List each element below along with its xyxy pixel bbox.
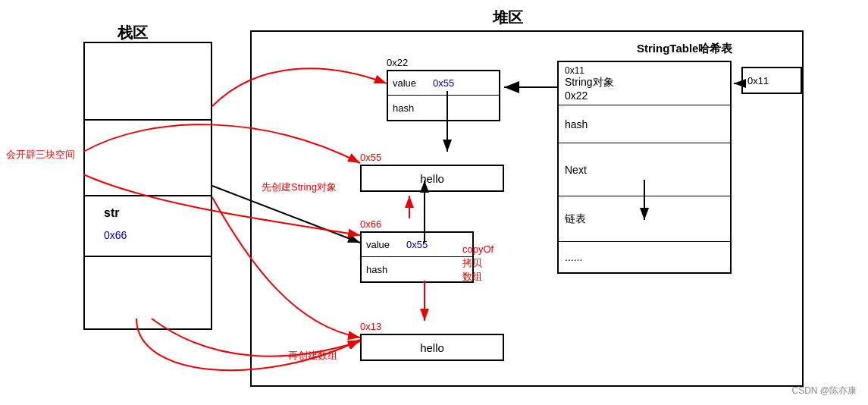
label-xian-chuanjian: 先创建String对象	[262, 181, 337, 194]
stack-str-label: str	[104, 206, 119, 220]
label-huikaipian: 会开辟三块空间	[6, 148, 75, 162]
label-copyof: copyOf拷贝数组	[462, 243, 494, 284]
string-table-title: StringTable哈希表	[637, 42, 732, 56]
obj-0x55-addr: 0x55	[360, 152, 504, 163]
obj-val-0x55: 0x55	[430, 76, 457, 90]
obj-0x13-addr: 0x13	[360, 321, 504, 332]
obj-label-value2: value	[362, 237, 403, 252]
stack-divider3	[85, 256, 211, 257]
obj-val2-0x55: 0x55	[403, 237, 431, 252]
obj-row-value2: value 0x55	[362, 233, 472, 257]
st-string-obj: String对象	[565, 76, 724, 89]
hello-box-0x13: hello	[360, 334, 504, 361]
st-row-hash: hash	[559, 105, 730, 143]
st-row-linked: 链表	[559, 196, 730, 242]
st-row-dots: ......	[559, 242, 730, 272]
string-table-box: 0x11 String对象 0x22 hash Next 链表 ......	[557, 61, 732, 274]
main-container: 堆区 str 0x66 栈区 0x22 value 0x55 hash 0x55…	[0, 0, 868, 405]
watermark: CSDN @陈亦康	[791, 385, 857, 397]
hello-box-0x55: hello	[360, 165, 504, 192]
obj-0x55: 0x55 hello	[360, 152, 504, 192]
st-addr-0x11: 0x11	[565, 65, 724, 76]
label-zaichuanjian: 再创建数组	[288, 349, 337, 363]
obj-0x22-box: value 0x55 hash	[387, 70, 500, 121]
stack-addr-label: 0x66	[104, 229, 127, 241]
obj-0x13: 0x13 hello	[360, 321, 504, 361]
obj-row-hash2: hash	[362, 257, 472, 281]
inner-box-0x11: 0x11	[741, 67, 802, 94]
obj-row-value: value 0x55	[388, 71, 499, 96]
obj-0x66: 0x66 value 0x55 hash	[360, 218, 474, 283]
inner-row-0x11: 0x11	[743, 68, 801, 93]
obj-0x22-addr: 0x22	[387, 57, 500, 68]
st-row-string: 0x11 String对象 0x22	[559, 62, 730, 105]
st-row-next: Next	[559, 143, 730, 196]
obj-0x66-box: value 0x55 hash	[360, 231, 474, 283]
stack-divider1	[85, 119, 211, 121]
stack-divider2	[85, 195, 211, 196]
obj-0x66-addr: 0x66	[360, 218, 474, 230]
obj-label-hash2: hash	[362, 262, 403, 277]
obj-row-hash: hash	[388, 96, 499, 120]
heap-title: 堆区	[493, 8, 523, 28]
obj-0x22: 0x22 value 0x55 hash	[387, 57, 500, 121]
obj-label-hash: hash	[388, 101, 430, 115]
stack-area: str 0x66	[83, 42, 212, 330]
obj-label-value: value	[388, 76, 430, 90]
stack-title: 栈区	[118, 23, 148, 43]
st-string-addr: 0x22	[565, 89, 724, 102]
